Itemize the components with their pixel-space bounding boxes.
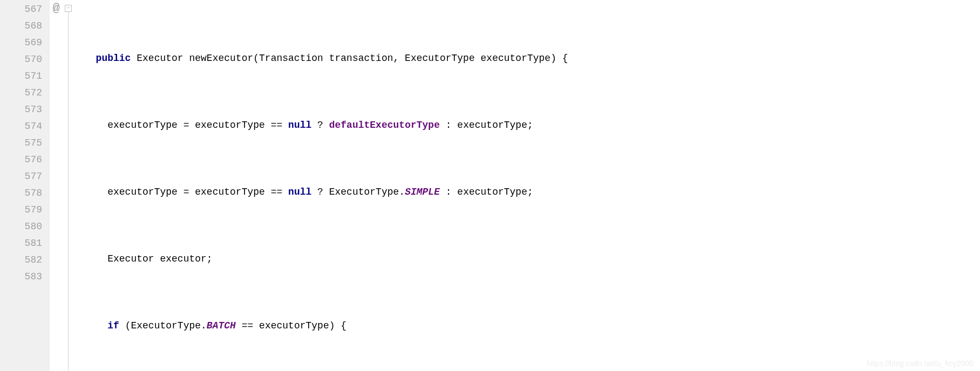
annotation-gutter: @: [50, 0, 63, 371]
watermark-text: https://blog.csdn.net/u_hcy2000: [867, 359, 974, 368]
code-area[interactable]: public Executor newExecutor(Transaction …: [79, 0, 568, 371]
line-number: 580: [8, 218, 42, 235]
line-number: 572: [8, 85, 42, 101]
line-number: 571: [8, 68, 42, 85]
code-line[interactable]: public Executor newExecutor(Transaction …: [84, 50, 568, 67]
code-line[interactable]: if (ExecutorType.BATCH == executorType) …: [84, 318, 568, 334]
line-number: 579: [8, 202, 42, 218]
fold-collapse-icon[interactable]: −: [65, 5, 72, 12]
line-number: 575: [8, 135, 42, 152]
line-number: 578: [8, 185, 42, 202]
line-number: 581: [8, 235, 42, 252]
code-line[interactable]: Executor executor;: [84, 251, 568, 267]
line-number: 568: [8, 18, 42, 35]
code-line[interactable]: executorType = executorType == null ? de…: [84, 117, 568, 134]
line-number: 570: [8, 51, 42, 68]
line-number: 569: [8, 35, 42, 51]
line-number: 583: [8, 269, 42, 285]
line-number: 573: [8, 101, 42, 118]
code-line[interactable]: executorType = executorType == null ? Ex…: [84, 184, 568, 201]
override-annotation-icon[interactable]: @: [52, 0, 59, 17]
fold-gutter: − ┘: [63, 0, 79, 371]
line-number: 574: [8, 118, 42, 135]
line-number: 567: [8, 1, 42, 18]
line-number: 576: [8, 152, 42, 168]
line-number: 582: [8, 252, 42, 269]
line-number: 577: [8, 168, 42, 185]
fold-guide-line: [68, 4, 69, 371]
code-editor: 567 568 569 570 571 572 573 574 575 576 …: [0, 0, 980, 371]
line-number-gutter: 567 568 569 570 571 572 573 574 575 576 …: [0, 0, 50, 371]
